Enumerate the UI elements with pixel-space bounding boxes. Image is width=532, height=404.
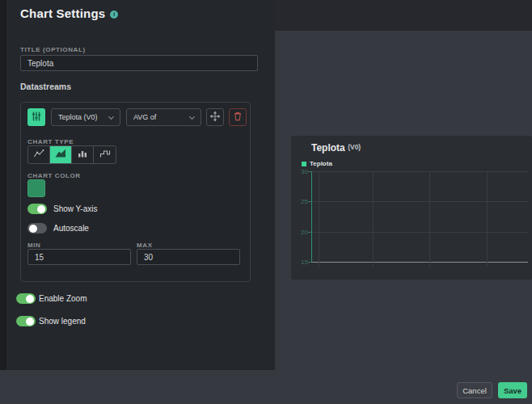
sliders-icon (31, 111, 42, 124)
cancel-button[interactable]: Cancel (457, 382, 492, 398)
show-legend-label: Show legend (39, 317, 86, 326)
autoscale-toggle[interactable] (27, 223, 47, 234)
toggle-knob (37, 205, 45, 213)
min-label: MIN (27, 242, 40, 249)
y-tick (308, 171, 311, 172)
chevron-down-icon (108, 114, 114, 120)
y-axis-tick-label: 20 (293, 229, 308, 236)
datastream-source-value: Teplota (V0) (58, 113, 98, 121)
chart-settings-panel: Chart Settingsi TITLE (OPTIONAL) Datastr… (6, 0, 275, 370)
chart-type-group (27, 145, 116, 164)
chart-type-step-button[interactable] (94, 146, 116, 163)
y-axis-tick-label: 30 (293, 168, 308, 175)
page-title-text: Chart Settings (20, 6, 105, 20)
step-chart-icon (99, 149, 111, 161)
show-y-axis-label: Show Y-axis (53, 204, 97, 213)
line-chart-icon (33, 149, 44, 161)
gridline-v (319, 171, 319, 267)
chart-plot-area: 30 25 20 15 (311, 171, 528, 263)
max-label: MAX (137, 242, 153, 249)
toggle-knob (26, 295, 34, 303)
legend-swatch (302, 162, 306, 166)
aggregation-value: AVG of (133, 113, 156, 121)
move-datastream-button[interactable] (206, 108, 224, 126)
preview-title: Teplota (V0) (311, 142, 361, 154)
gridline-h (312, 232, 528, 233)
chart-type-bar-button[interactable] (72, 146, 94, 163)
legend-label: Teplota (310, 160, 332, 167)
gridline-v (429, 171, 430, 267)
trash-icon (233, 112, 243, 124)
chevron-down-icon (189, 114, 195, 120)
max-input[interactable] (137, 249, 240, 265)
datastream-icon-button[interactable] (27, 108, 45, 126)
enable-zoom-label: Enable Zoom (39, 294, 87, 303)
y-axis-tick-label: 15 (293, 259, 308, 266)
gridline-v (487, 171, 488, 267)
window-edge (0, 0, 6, 370)
y-tick (308, 201, 311, 202)
delete-datastream-button[interactable] (229, 108, 247, 126)
toggle-knob (29, 225, 37, 233)
chart-type-label: CHART TYPE (27, 138, 74, 145)
title-input[interactable] (20, 55, 258, 71)
datastreams-heading: Datastreams (20, 82, 71, 91)
autoscale-label: Autoscale (53, 224, 89, 233)
chart-color-swatch[interactable] (27, 179, 45, 197)
chart-color-label: CHART COLOR (27, 172, 81, 179)
chart-legend: Teplota (302, 160, 332, 167)
info-icon[interactable]: i (110, 11, 118, 19)
gridline-v (373, 171, 374, 267)
y-tick (308, 262, 311, 263)
toggle-knob (26, 318, 34, 326)
y-tick (308, 232, 311, 233)
enable-zoom-toggle[interactable] (16, 293, 36, 304)
show-legend-toggle[interactable] (16, 316, 36, 326)
chart-type-line-button[interactable] (28, 146, 50, 163)
min-input[interactable] (27, 249, 131, 265)
move-icon (210, 112, 220, 124)
chart-type-area-button[interactable] (50, 146, 72, 163)
footer-bar (0, 370, 532, 404)
y-axis-tick-label: 25 (293, 198, 308, 205)
datastream-source-select[interactable]: Teplota (V0) (51, 108, 120, 126)
aggregation-select[interactable]: AVG of (126, 108, 201, 126)
save-button[interactable]: Save (498, 382, 527, 398)
show-y-axis-toggle[interactable] (27, 204, 47, 214)
preview-pin: (V0) (348, 143, 361, 151)
page-title: Chart Settingsi (20, 6, 118, 20)
gridline-h (312, 171, 528, 172)
preview-title-text: Teplota (311, 142, 345, 154)
bar-chart-icon (77, 149, 88, 161)
area-chart-icon (55, 149, 66, 161)
chart-preview-card: Teplota (V0) Teplota 30 25 20 15 (291, 136, 532, 280)
gridline-h (312, 201, 528, 202)
datastream-card: Teplota (V0) AVG of (20, 102, 251, 282)
title-field-label: TITLE (OPTIONAL) (20, 46, 86, 53)
